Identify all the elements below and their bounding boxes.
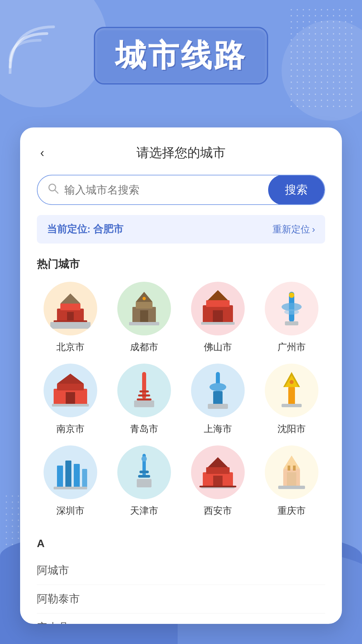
search-button[interactable]: 搜索 [268,175,324,205]
hot-cities-title: 热门城市 [37,257,325,272]
svg-marker-60 [283,455,300,469]
svg-rect-38 [288,387,295,406]
svg-rect-64 [278,486,305,489]
back-button[interactable]: ‹ [37,143,48,163]
city-item[interactable]: 成都市 [111,282,178,354]
svg-marker-55 [208,457,228,467]
city-name: 广州市 [278,341,306,354]
svg-rect-18 [201,322,235,325]
city-name: 重庆市 [278,504,306,517]
svg-rect-3 [60,304,80,310]
city-item[interactable]: 西安市 [184,445,251,517]
svg-rect-62 [288,466,290,471]
svg-rect-17 [213,310,223,324]
search-bar: 搜索 [37,175,325,205]
list-item[interactable]: 阿城市 [37,556,325,585]
title-box: 城市线路 [94,27,268,85]
city-name: 深圳市 [56,504,84,517]
card-header: ‹ 请选择您的城市 [37,144,325,161]
city-item[interactable]: 深圳市 [37,445,104,517]
list-item[interactable]: 阿勒泰市 [37,585,325,613]
city-item[interactable]: 天津市 [111,445,178,517]
svg-rect-33 [134,400,154,407]
city-name: 北京市 [56,341,84,354]
svg-rect-11 [140,310,148,324]
svg-rect-51 [137,479,152,487]
city-item[interactable]: 佛山市 [184,282,251,354]
city-item[interactable]: 北京市 [37,282,104,354]
svg-point-35 [209,383,226,391]
alpha-cities-list: 阿城市阿勒泰市安吉县 [37,556,325,624]
search-icon [48,183,59,197]
city-name: 天津市 [130,504,158,517]
svg-rect-44 [65,461,71,487]
city-icon [191,364,245,417]
city-grid: 北京市 成都市 佛山市 广州市 南京市 青岛市 上海市 [37,282,325,517]
svg-rect-58 [199,486,236,487]
svg-line-1 [55,190,58,193]
svg-point-21 [284,309,299,315]
svg-point-42 [290,380,294,384]
city-icon [191,282,245,335]
svg-rect-25 [57,384,84,390]
city-name: 佛山市 [204,341,232,354]
svg-rect-43 [57,466,63,487]
city-icon [117,364,171,417]
svg-marker-16 [208,290,228,300]
city-item[interactable]: 南京市 [37,364,104,435]
svg-rect-54 [206,467,230,474]
city-name: 沈阳市 [278,423,306,435]
svg-rect-50 [138,475,150,478]
svg-marker-4 [60,293,80,304]
app-title: 城市线路 [115,35,247,76]
svg-rect-30 [139,390,149,392]
svg-rect-27 [66,392,75,406]
city-name: 西安市 [204,504,232,517]
city-icon [191,445,245,499]
city-item[interactable]: 上海市 [184,364,251,435]
svg-point-23 [289,292,294,298]
svg-rect-56 [213,476,223,487]
svg-marker-26 [57,374,84,384]
svg-rect-49 [139,471,149,473]
city-item[interactable]: 广州市 [258,282,325,354]
city-icon [117,282,171,335]
list-item[interactable]: 安吉县 [37,613,325,624]
city-item[interactable]: 青岛市 [111,364,178,435]
svg-rect-37 [208,404,228,409]
svg-rect-41 [282,404,302,407]
svg-rect-9 [136,302,153,309]
relocate-button[interactable]: 重新定位 › [273,223,315,236]
city-name: 青岛市 [130,423,158,435]
svg-point-13 [142,297,146,300]
main-card: ‹ 请选择您的城市 搜索 当前定位: 合肥市 重新定位 › 热门城市 北 [20,127,342,624]
svg-point-52 [141,456,147,462]
city-icon [44,282,97,335]
city-icon [44,445,97,499]
city-icon [44,364,97,417]
svg-rect-47 [54,487,87,489]
city-name: 南京市 [56,423,84,435]
svg-rect-31 [138,394,150,396]
page-title: 请选择您的城市 [136,144,226,161]
alpha-label: A [37,534,325,550]
svg-rect-45 [74,464,80,487]
title-area: 城市线路 [0,27,362,85]
city-icon [117,445,171,499]
alpha-section: A 阿城市阿勒泰市安吉县 [37,534,325,624]
city-icon [265,282,318,335]
location-city: 合肥市 [93,223,123,234]
svg-rect-12 [129,322,159,325]
svg-rect-46 [82,469,87,487]
location-bar: 当前定位: 合肥市 重新定位 › [37,215,325,244]
svg-rect-63 [293,466,296,471]
svg-rect-22 [285,321,298,325]
svg-rect-7 [50,322,90,329]
search-input[interactable] [64,184,268,196]
city-item[interactable]: 重庆市 [258,445,325,517]
city-item[interactable]: 沈阳市 [258,364,325,435]
svg-rect-61 [287,472,296,487]
svg-rect-28 [52,404,89,407]
city-icon [265,364,318,417]
city-name: 上海市 [204,423,232,435]
